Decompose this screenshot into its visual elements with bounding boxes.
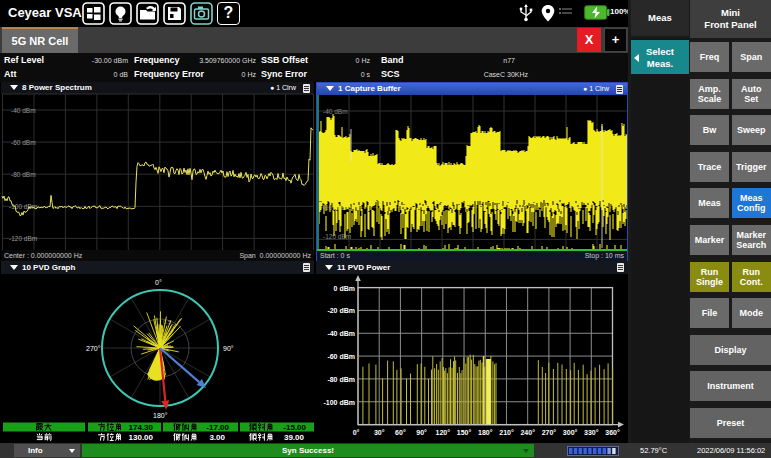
- svg-text:90°: 90°: [223, 345, 234, 352]
- svg-text:-80 dBm: -80 dBm: [11, 171, 36, 178]
- svg-text:3.00: 3.00: [209, 433, 225, 442]
- svg-text:210°: 210°: [499, 429, 514, 436]
- svg-text:-17.00: -17.00: [206, 423, 229, 432]
- svg-text:0°: 0°: [353, 429, 360, 436]
- svg-text:39.00: 39.00: [284, 433, 305, 442]
- svg-text:-100 dBm: -100 dBm: [323, 399, 355, 406]
- svg-text:-80 dBm: -80 dBm: [327, 376, 355, 383]
- svg-text:180°: 180°: [153, 412, 168, 419]
- svg-text:90°: 90°: [416, 429, 427, 436]
- svg-text:270°: 270°: [542, 429, 557, 436]
- svg-text:300°: 300°: [563, 429, 578, 436]
- svg-text:270°: 270°: [86, 345, 101, 352]
- svg-text:0°: 0°: [155, 279, 162, 286]
- svg-text:-20 dBm: -20 dBm: [327, 307, 355, 314]
- svg-text:-120 dBm: -120 dBm: [323, 233, 351, 240]
- svg-text:60°: 60°: [395, 429, 406, 436]
- svg-text:130.00: 130.00: [129, 433, 154, 442]
- svg-text:-15.00: -15.00: [283, 423, 306, 432]
- svg-text:240°: 240°: [520, 429, 535, 436]
- svg-text:174.30: 174.30: [129, 423, 154, 432]
- svg-text:120°: 120°: [436, 429, 451, 436]
- svg-text:-60 dBm: -60 dBm: [11, 139, 36, 146]
- svg-text:-60 dBm: -60 dBm: [327, 353, 355, 360]
- svg-text:0 dBm: 0 dBm: [334, 285, 355, 292]
- svg-text:330°: 330°: [584, 429, 599, 436]
- svg-text:150°: 150°: [457, 429, 472, 436]
- svg-text:360°: 360°: [605, 429, 620, 436]
- svg-text:-40 dBm: -40 dBm: [11, 107, 36, 114]
- svg-text:30°: 30°: [374, 429, 385, 436]
- svg-text:-120 dBm: -120 dBm: [9, 235, 37, 242]
- svg-text:-40 dBm: -40 dBm: [323, 108, 348, 115]
- svg-text:180°: 180°: [478, 429, 493, 436]
- svg-text:-40 dBm: -40 dBm: [327, 330, 355, 337]
